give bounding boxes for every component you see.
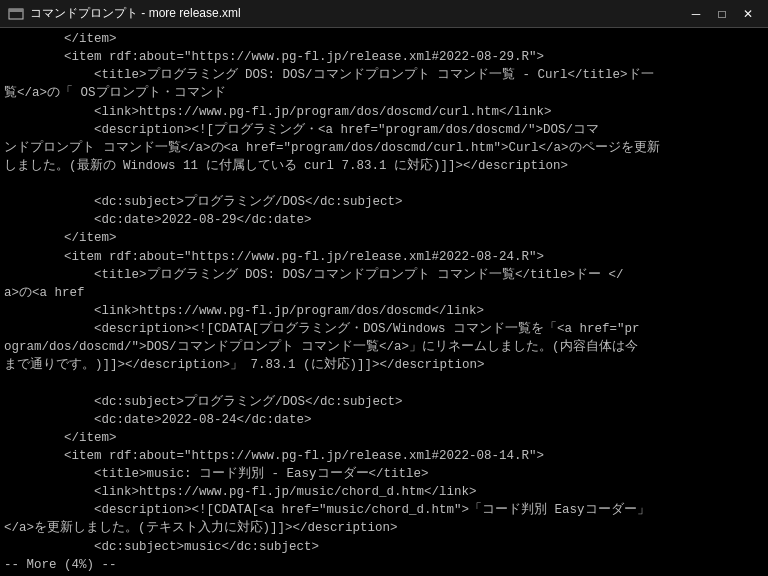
minimize-button[interactable]: ─ [684,4,708,24]
terminal-output: </item> <item rdf:about="https://www.pg-… [0,28,768,554]
status-text: -- More (4%) -- [4,558,117,572]
svg-rect-1 [9,9,23,12]
main-window: コマンドプロンプト - more release.xml ─ □ ✕ </ite… [0,0,768,576]
maximize-button[interactable]: □ [710,4,734,24]
window-title: コマンドプロンプト - more release.xml [30,5,241,22]
window-controls: ─ □ ✕ [684,4,760,24]
title-bar: コマンドプロンプト - more release.xml ─ □ ✕ [0,0,768,28]
close-button[interactable]: ✕ [736,4,760,24]
status-bar: -- More (4%) -- [0,554,768,576]
window-icon [8,6,24,22]
title-bar-left: コマンドプロンプト - more release.xml [8,5,241,22]
